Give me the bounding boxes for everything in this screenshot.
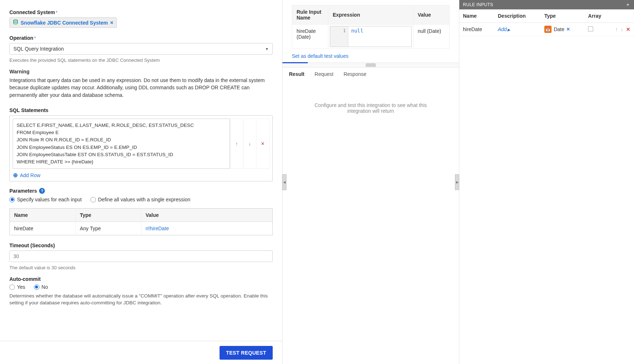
- radio-label: Yes: [17, 284, 25, 290]
- th-expression: Expression: [328, 5, 413, 25]
- param-header-value: Value: [141, 209, 273, 222]
- clear-type-icon[interactable]: ✕: [566, 27, 570, 32]
- rule-inputs-panel: RULE INPUTS ＋ Name Description Type Arra…: [459, 0, 634, 364]
- svg-point-0: [14, 20, 18, 21]
- operation-select[interactable]: SQL Query Integration ▼: [9, 43, 273, 55]
- radio-define-expression[interactable]: Define all values with a single expressi…: [90, 197, 190, 202]
- delete-row-button[interactable]: ✕: [256, 119, 269, 169]
- tab-request[interactable]: Request: [315, 71, 333, 77]
- date-type-icon: 📅: [544, 26, 552, 33]
- ri-th-description: Description: [494, 9, 541, 23]
- param-name-cell: hireDate: [10, 222, 76, 235]
- th-value: Value: [413, 5, 450, 25]
- rule-inputs-header: RULE INPUTS ＋: [459, 0, 634, 9]
- th-rule-input-name: Rule Input Name: [292, 5, 328, 25]
- radio-autocommit-no[interactable]: No: [34, 284, 48, 290]
- collapse-right-handle[interactable]: ▶: [455, 174, 459, 190]
- delete-row-icon[interactable]: ✕: [626, 26, 630, 32]
- timeout-label: Timeout (Seconds): [9, 243, 55, 248]
- radio-circle-icon: [34, 284, 39, 290]
- ri-th-type: Type: [541, 9, 584, 23]
- move-down-button[interactable]: ↓: [243, 119, 256, 169]
- sql-textarea[interactable]: SELECT E.FIRST_NAME, E.LAST_NAME, R.ROLE…: [13, 119, 230, 169]
- radio-autocommit-yes[interactable]: Yes: [9, 284, 25, 290]
- parameters-label: Parameters: [9, 188, 37, 194]
- value-cell: null (Date): [413, 25, 450, 49]
- help-icon[interactable]: ?: [39, 188, 45, 194]
- operation-label: Operation: [9, 35, 33, 41]
- table-row: hireDate (Date) 1 null null (Date): [292, 25, 450, 49]
- warning-text: Integrations that query data can be used…: [9, 77, 273, 99]
- ri-name-cell[interactable]: hireDate: [459, 23, 494, 36]
- line-gutter: 1: [330, 26, 348, 47]
- tab-response[interactable]: Response: [344, 71, 366, 77]
- array-checkbox[interactable]: [588, 26, 593, 31]
- required-asterisk: *: [34, 35, 36, 41]
- bottom-action-bar: TEST REQUEST: [0, 341, 282, 364]
- horizontal-splitter[interactable]: [282, 63, 459, 68]
- test-panel: ◀ ▶ Rule Input Name Expression Value hir…: [282, 0, 459, 364]
- operation-helper-text: Executes the provided SQL statements on …: [9, 57, 273, 63]
- timeout-input[interactable]: [9, 250, 273, 262]
- table-row: hireDate Any Type ri!hireDate: [10, 222, 273, 235]
- chip-remove-icon[interactable]: ✕: [110, 20, 114, 25]
- move-up-icon[interactable]: ↑: [615, 26, 618, 32]
- move-up-button[interactable]: ↑: [230, 119, 243, 169]
- ri-description-cell[interactable]: Add▶: [494, 23, 541, 36]
- radio-circle-icon: [9, 284, 15, 290]
- type-text: Date: [554, 26, 565, 32]
- operation-value: SQL Query Integration: [13, 46, 64, 52]
- tab-result[interactable]: Result: [289, 71, 305, 77]
- radio-label: Specify values for each input: [17, 197, 82, 202]
- result-body: Configure and test this integration to s…: [282, 81, 459, 364]
- splitter-handle-icon: [366, 63, 376, 67]
- ri-th-name: Name: [459, 9, 494, 23]
- test-request-button[interactable]: TEST REQUEST: [220, 346, 273, 360]
- warning-title: Warning: [9, 69, 273, 74]
- timeout-note: The default value is 30 seconds: [9, 265, 273, 270]
- set-default-test-values-link[interactable]: Set as default test values: [292, 53, 348, 59]
- sql-row-actions: ↑ ↓ ✕: [230, 119, 269, 169]
- autocommit-label: Auto-commit: [9, 276, 41, 282]
- connected-system-chip[interactable]: Snowflake JDBC Connected System ✕: [9, 17, 117, 28]
- expression-text[interactable]: null: [348, 26, 411, 47]
- result-tabs: Result Request Response: [282, 68, 459, 81]
- collapse-left-handle[interactable]: ◀: [282, 174, 286, 190]
- radio-label: No: [42, 284, 48, 290]
- autocommit-description: Determines whether the database will aut…: [9, 293, 273, 307]
- active-tab-indicator: [282, 62, 308, 63]
- ri-th-array: Array: [584, 9, 612, 23]
- param-value-link[interactable]: ri!hireDate: [146, 226, 169, 231]
- rule-inputs-table: Name Description Type Array hireDate Add…: [459, 9, 634, 36]
- plus-icon: ⊕: [13, 173, 18, 178]
- expression-editor[interactable]: 1 null: [330, 26, 412, 47]
- chevron-down-icon: ▼: [265, 47, 269, 51]
- required-asterisk: *: [56, 10, 58, 15]
- result-placeholder-text: Configure and test this integration to s…: [306, 102, 436, 114]
- rule-input-test-table: Rule Input Name Expression Value hireDat…: [292, 5, 450, 49]
- param-type-cell: Any Type: [75, 222, 141, 235]
- table-row: hireDate Add▶ 📅 Date ✕ ↑ ↓ ✕: [459, 23, 634, 36]
- add-row-link[interactable]: ⊕ Add Row: [13, 172, 41, 178]
- add-row-label: Add Row: [20, 172, 41, 178]
- radio-label: Define all values with a single expressi…: [98, 197, 190, 202]
- chip-text: Snowflake JDBC Connected System: [21, 20, 108, 26]
- radio-specify-values[interactable]: Specify values for each input: [9, 197, 82, 202]
- param-header-name: Name: [10, 209, 76, 222]
- move-down-icon[interactable]: ↓: [621, 26, 623, 32]
- left-config-panel: Connected System* Snowflake JDBC Connect…: [0, 0, 282, 364]
- rule-input-name-cell: hireDate (Date): [292, 25, 328, 49]
- database-icon: [13, 19, 18, 26]
- connected-system-label: Connected System: [9, 9, 55, 15]
- rule-inputs-title: RULE INPUTS: [463, 2, 493, 7]
- sql-label: SQL Statements: [9, 107, 48, 113]
- param-header-type: Type: [75, 209, 141, 222]
- radio-circle-icon: [9, 197, 15, 202]
- radio-circle-icon: [90, 197, 96, 202]
- parameters-table: Name Type Value hireDate Any Type ri!hir…: [9, 208, 273, 235]
- sql-statements-container: SELECT E.FIRST_NAME, E.LAST_NAME, R.ROLE…: [9, 115, 273, 182]
- chevron-right-icon: ▶: [507, 28, 510, 32]
- add-rule-input-icon[interactable]: ＋: [625, 1, 630, 8]
- type-chip[interactable]: 📅 Date ✕: [544, 26, 570, 33]
